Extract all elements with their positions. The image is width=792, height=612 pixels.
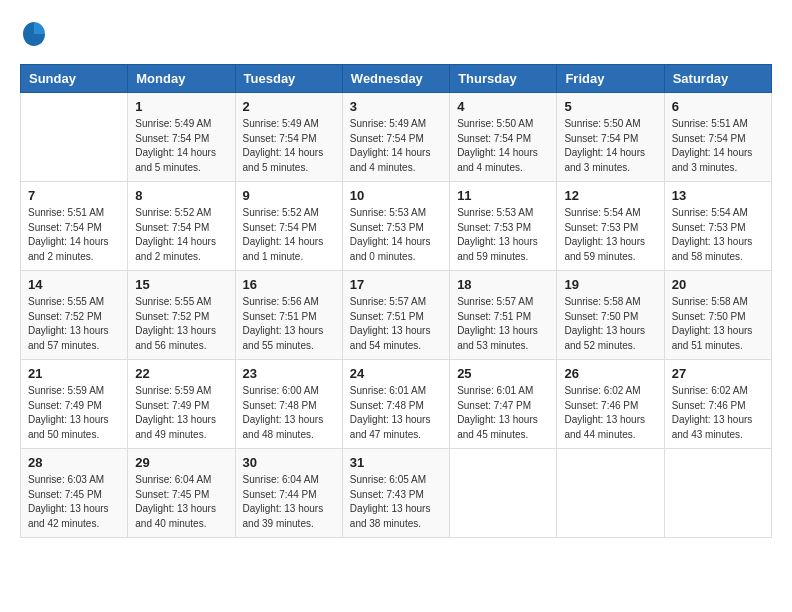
calendar-cell: 23Sunrise: 6:00 AM Sunset: 7:48 PM Dayli…	[235, 360, 342, 449]
calendar-cell: 21Sunrise: 5:59 AM Sunset: 7:49 PM Dayli…	[21, 360, 128, 449]
calendar-cell	[664, 449, 771, 538]
calendar-week-3: 14Sunrise: 5:55 AM Sunset: 7:52 PM Dayli…	[21, 271, 772, 360]
day-content: Sunrise: 6:03 AM Sunset: 7:45 PM Dayligh…	[28, 473, 120, 531]
day-number: 24	[350, 366, 442, 381]
calendar-body: 1Sunrise: 5:49 AM Sunset: 7:54 PM Daylig…	[21, 93, 772, 538]
day-content: Sunrise: 5:56 AM Sunset: 7:51 PM Dayligh…	[243, 295, 335, 353]
calendar-cell: 13Sunrise: 5:54 AM Sunset: 7:53 PM Dayli…	[664, 182, 771, 271]
calendar-cell: 30Sunrise: 6:04 AM Sunset: 7:44 PM Dayli…	[235, 449, 342, 538]
calendar-cell: 14Sunrise: 5:55 AM Sunset: 7:52 PM Dayli…	[21, 271, 128, 360]
header-cell-wednesday: Wednesday	[342, 65, 449, 93]
calendar-cell: 3Sunrise: 5:49 AM Sunset: 7:54 PM Daylig…	[342, 93, 449, 182]
header-cell-thursday: Thursday	[450, 65, 557, 93]
day-content: Sunrise: 5:58 AM Sunset: 7:50 PM Dayligh…	[672, 295, 764, 353]
header-cell-friday: Friday	[557, 65, 664, 93]
calendar-week-1: 1Sunrise: 5:49 AM Sunset: 7:54 PM Daylig…	[21, 93, 772, 182]
day-content: Sunrise: 5:54 AM Sunset: 7:53 PM Dayligh…	[564, 206, 656, 264]
calendar-cell: 17Sunrise: 5:57 AM Sunset: 7:51 PM Dayli…	[342, 271, 449, 360]
logo	[20, 20, 52, 48]
day-number: 28	[28, 455, 120, 470]
day-number: 3	[350, 99, 442, 114]
calendar-cell: 16Sunrise: 5:56 AM Sunset: 7:51 PM Dayli…	[235, 271, 342, 360]
day-content: Sunrise: 5:55 AM Sunset: 7:52 PM Dayligh…	[28, 295, 120, 353]
day-content: Sunrise: 6:02 AM Sunset: 7:46 PM Dayligh…	[564, 384, 656, 442]
calendar-cell: 8Sunrise: 5:52 AM Sunset: 7:54 PM Daylig…	[128, 182, 235, 271]
day-content: Sunrise: 5:49 AM Sunset: 7:54 PM Dayligh…	[243, 117, 335, 175]
day-content: Sunrise: 5:59 AM Sunset: 7:49 PM Dayligh…	[28, 384, 120, 442]
day-number: 31	[350, 455, 442, 470]
day-content: Sunrise: 6:00 AM Sunset: 7:48 PM Dayligh…	[243, 384, 335, 442]
day-number: 2	[243, 99, 335, 114]
day-content: Sunrise: 5:49 AM Sunset: 7:54 PM Dayligh…	[350, 117, 442, 175]
day-number: 14	[28, 277, 120, 292]
day-number: 21	[28, 366, 120, 381]
calendar-cell: 1Sunrise: 5:49 AM Sunset: 7:54 PM Daylig…	[128, 93, 235, 182]
calendar-cell: 20Sunrise: 5:58 AM Sunset: 7:50 PM Dayli…	[664, 271, 771, 360]
calendar-cell: 15Sunrise: 5:55 AM Sunset: 7:52 PM Dayli…	[128, 271, 235, 360]
day-content: Sunrise: 6:05 AM Sunset: 7:43 PM Dayligh…	[350, 473, 442, 531]
day-content: Sunrise: 5:55 AM Sunset: 7:52 PM Dayligh…	[135, 295, 227, 353]
day-number: 4	[457, 99, 549, 114]
day-number: 30	[243, 455, 335, 470]
day-content: Sunrise: 5:51 AM Sunset: 7:54 PM Dayligh…	[28, 206, 120, 264]
calendar-week-4: 21Sunrise: 5:59 AM Sunset: 7:49 PM Dayli…	[21, 360, 772, 449]
day-number: 9	[243, 188, 335, 203]
day-number: 20	[672, 277, 764, 292]
day-content: Sunrise: 6:02 AM Sunset: 7:46 PM Dayligh…	[672, 384, 764, 442]
calendar-cell: 11Sunrise: 5:53 AM Sunset: 7:53 PM Dayli…	[450, 182, 557, 271]
calendar-week-2: 7Sunrise: 5:51 AM Sunset: 7:54 PM Daylig…	[21, 182, 772, 271]
day-content: Sunrise: 5:53 AM Sunset: 7:53 PM Dayligh…	[350, 206, 442, 264]
day-content: Sunrise: 5:53 AM Sunset: 7:53 PM Dayligh…	[457, 206, 549, 264]
day-content: Sunrise: 5:59 AM Sunset: 7:49 PM Dayligh…	[135, 384, 227, 442]
day-number: 25	[457, 366, 549, 381]
calendar-cell	[21, 93, 128, 182]
day-content: Sunrise: 6:01 AM Sunset: 7:48 PM Dayligh…	[350, 384, 442, 442]
page-header	[20, 20, 772, 48]
header-cell-tuesday: Tuesday	[235, 65, 342, 93]
calendar-cell: 27Sunrise: 6:02 AM Sunset: 7:46 PM Dayli…	[664, 360, 771, 449]
day-content: Sunrise: 5:52 AM Sunset: 7:54 PM Dayligh…	[243, 206, 335, 264]
header-cell-saturday: Saturday	[664, 65, 771, 93]
day-number: 16	[243, 277, 335, 292]
day-number: 1	[135, 99, 227, 114]
calendar-cell: 29Sunrise: 6:04 AM Sunset: 7:45 PM Dayli…	[128, 449, 235, 538]
day-number: 5	[564, 99, 656, 114]
calendar-cell: 19Sunrise: 5:58 AM Sunset: 7:50 PM Dayli…	[557, 271, 664, 360]
calendar-cell: 7Sunrise: 5:51 AM Sunset: 7:54 PM Daylig…	[21, 182, 128, 271]
day-content: Sunrise: 5:57 AM Sunset: 7:51 PM Dayligh…	[457, 295, 549, 353]
calendar-cell: 5Sunrise: 5:50 AM Sunset: 7:54 PM Daylig…	[557, 93, 664, 182]
calendar-cell: 25Sunrise: 6:01 AM Sunset: 7:47 PM Dayli…	[450, 360, 557, 449]
day-number: 23	[243, 366, 335, 381]
calendar-cell	[450, 449, 557, 538]
day-number: 18	[457, 277, 549, 292]
day-content: Sunrise: 5:54 AM Sunset: 7:53 PM Dayligh…	[672, 206, 764, 264]
calendar-cell: 4Sunrise: 5:50 AM Sunset: 7:54 PM Daylig…	[450, 93, 557, 182]
day-number: 13	[672, 188, 764, 203]
day-number: 22	[135, 366, 227, 381]
day-content: Sunrise: 5:52 AM Sunset: 7:54 PM Dayligh…	[135, 206, 227, 264]
day-content: Sunrise: 6:04 AM Sunset: 7:44 PM Dayligh…	[243, 473, 335, 531]
calendar-cell: 22Sunrise: 5:59 AM Sunset: 7:49 PM Dayli…	[128, 360, 235, 449]
calendar-cell: 6Sunrise: 5:51 AM Sunset: 7:54 PM Daylig…	[664, 93, 771, 182]
day-number: 15	[135, 277, 227, 292]
day-number: 19	[564, 277, 656, 292]
day-number: 27	[672, 366, 764, 381]
day-number: 7	[28, 188, 120, 203]
calendar-cell: 31Sunrise: 6:05 AM Sunset: 7:43 PM Dayli…	[342, 449, 449, 538]
day-number: 29	[135, 455, 227, 470]
day-content: Sunrise: 5:49 AM Sunset: 7:54 PM Dayligh…	[135, 117, 227, 175]
header-cell-monday: Monday	[128, 65, 235, 93]
calendar-cell	[557, 449, 664, 538]
day-number: 17	[350, 277, 442, 292]
day-content: Sunrise: 6:04 AM Sunset: 7:45 PM Dayligh…	[135, 473, 227, 531]
day-content: Sunrise: 5:50 AM Sunset: 7:54 PM Dayligh…	[564, 117, 656, 175]
day-number: 12	[564, 188, 656, 203]
day-content: Sunrise: 5:50 AM Sunset: 7:54 PM Dayligh…	[457, 117, 549, 175]
day-number: 8	[135, 188, 227, 203]
calendar-cell: 18Sunrise: 5:57 AM Sunset: 7:51 PM Dayli…	[450, 271, 557, 360]
day-content: Sunrise: 5:57 AM Sunset: 7:51 PM Dayligh…	[350, 295, 442, 353]
calendar-cell: 10Sunrise: 5:53 AM Sunset: 7:53 PM Dayli…	[342, 182, 449, 271]
header-row: SundayMondayTuesdayWednesdayThursdayFrid…	[21, 65, 772, 93]
calendar-cell: 26Sunrise: 6:02 AM Sunset: 7:46 PM Dayli…	[557, 360, 664, 449]
logo-icon	[20, 20, 48, 48]
